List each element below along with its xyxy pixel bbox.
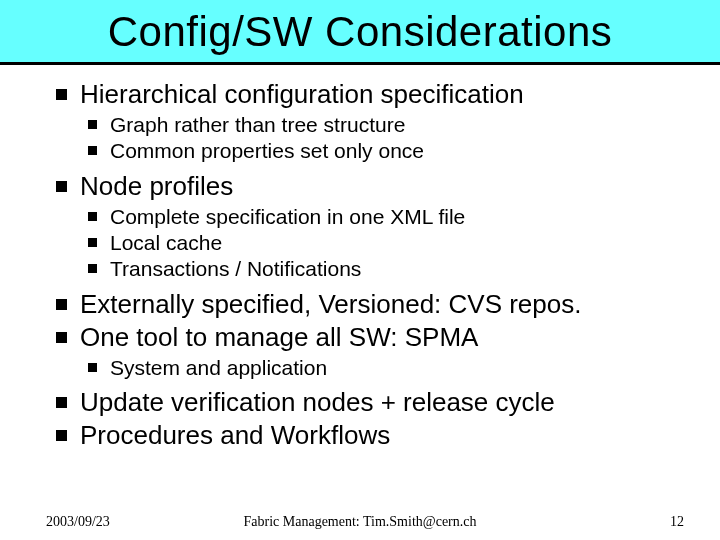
sub-xml-file: Complete specification in one XML file <box>88 204 690 230</box>
bullet-spma: One tool to manage all SW: SPMA <box>56 322 690 353</box>
bullet-hierarchical: Hierarchical configuration specification <box>56 79 690 110</box>
slide: Config/SW Considerations Hierarchical co… <box>0 0 720 540</box>
sub-local-cache: Local cache <box>88 230 690 256</box>
sub-common-properties: Common properties set only once <box>88 138 690 164</box>
bullet-procedures: Procedures and Workflows <box>56 420 690 451</box>
footer-page-number: 12 <box>670 514 684 530</box>
sub-list-hierarchical: Graph rather than tree structure Common … <box>88 112 690 165</box>
sub-list-spma: System and application <box>88 355 690 381</box>
title-bar: Config/SW Considerations <box>0 0 720 65</box>
sub-graph-structure: Graph rather than tree structure <box>88 112 690 138</box>
sub-system-application: System and application <box>88 355 690 381</box>
bullet-update-verification: Update verification nodes + release cycl… <box>56 387 690 418</box>
slide-content: Hierarchical configuration specification… <box>0 65 720 452</box>
slide-title: Config/SW Considerations <box>0 8 720 56</box>
bullet-cvs-repos: Externally specified, Versioned: CVS rep… <box>56 289 690 320</box>
sub-transactions: Transactions / Notifications <box>88 256 690 282</box>
footer-center: Fabric Management: Tim.Smith@cern.ch <box>0 514 720 530</box>
bullet-node-profiles: Node profiles <box>56 171 690 202</box>
sub-list-node-profiles: Complete specification in one XML file L… <box>88 204 690 283</box>
